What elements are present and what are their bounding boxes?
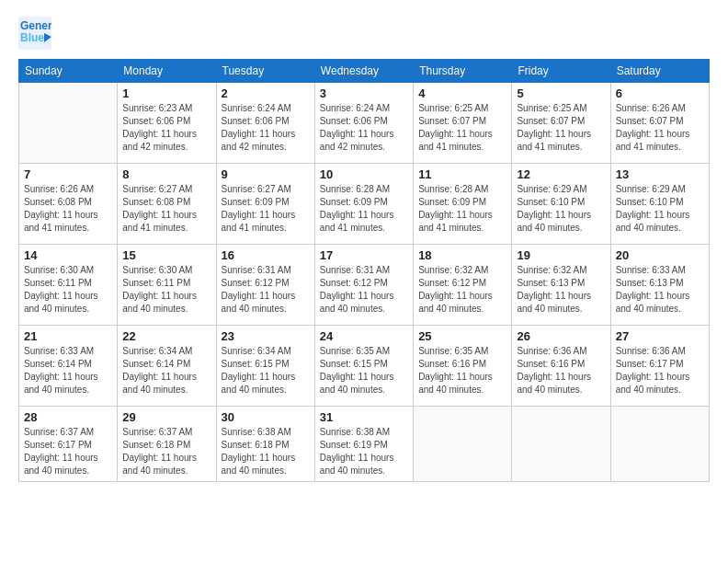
day-number: 3 bbox=[320, 86, 408, 100]
calendar-cell: 30Sunrise: 6:38 AMSunset: 6:18 PMDayligh… bbox=[216, 407, 314, 482]
day-number: 6 bbox=[616, 86, 704, 100]
calendar-cell: 27Sunrise: 6:36 AMSunset: 6:17 PMDayligh… bbox=[610, 326, 709, 407]
weekday-monday: Monday bbox=[118, 60, 216, 83]
day-info: Sunrise: 6:25 AMSunset: 6:07 PMDaylight:… bbox=[418, 102, 506, 154]
calendar-cell: 7Sunrise: 6:26 AMSunset: 6:08 PMDaylight… bbox=[19, 164, 118, 245]
calendar-cell: 13Sunrise: 6:29 AMSunset: 6:10 PMDayligh… bbox=[610, 164, 709, 245]
day-number: 15 bbox=[122, 248, 210, 262]
day-number: 19 bbox=[517, 248, 605, 262]
day-info: Sunrise: 6:26 AMSunset: 6:07 PMDaylight:… bbox=[616, 102, 704, 154]
svg-text:General: General bbox=[20, 19, 51, 32]
calendar-cell: 3Sunrise: 6:24 AMSunset: 6:06 PMDaylight… bbox=[314, 83, 413, 164]
calendar-cell: 10Sunrise: 6:28 AMSunset: 6:09 PMDayligh… bbox=[314, 164, 413, 245]
day-number: 23 bbox=[222, 329, 310, 343]
day-info: Sunrise: 6:30 AMSunset: 6:11 PMDaylight:… bbox=[122, 264, 210, 316]
day-info: Sunrise: 6:28 AMSunset: 6:09 PMDaylight:… bbox=[320, 183, 408, 235]
day-number: 17 bbox=[320, 248, 408, 262]
calendar-cell: 8Sunrise: 6:27 AMSunset: 6:08 PMDaylight… bbox=[118, 164, 216, 245]
day-number: 25 bbox=[418, 329, 506, 343]
day-number: 22 bbox=[122, 329, 210, 343]
day-info: Sunrise: 6:32 AMSunset: 6:13 PMDaylight:… bbox=[517, 264, 605, 316]
calendar-cell: 15Sunrise: 6:30 AMSunset: 6:11 PMDayligh… bbox=[118, 245, 216, 326]
day-number: 27 bbox=[616, 329, 704, 343]
day-info: Sunrise: 6:32 AMSunset: 6:12 PMDaylight:… bbox=[418, 264, 506, 316]
day-info: Sunrise: 6:36 AMSunset: 6:16 PMDaylight:… bbox=[517, 345, 605, 396]
day-info: Sunrise: 6:28 AMSunset: 6:09 PMDaylight:… bbox=[418, 183, 506, 235]
day-info: Sunrise: 6:38 AMSunset: 6:19 PMDaylight:… bbox=[320, 426, 408, 477]
calendar-cell: 4Sunrise: 6:25 AMSunset: 6:07 PMDaylight… bbox=[414, 83, 512, 164]
day-info: Sunrise: 6:29 AMSunset: 6:10 PMDaylight:… bbox=[616, 183, 704, 235]
calendar-cell: 25Sunrise: 6:35 AMSunset: 6:16 PMDayligh… bbox=[414, 326, 512, 407]
logo-svg: GeneralBlue bbox=[18, 17, 51, 50]
day-info: Sunrise: 6:37 AMSunset: 6:18 PMDaylight:… bbox=[122, 426, 210, 477]
weekday-friday: Friday bbox=[512, 60, 610, 83]
calendar-cell: 24Sunrise: 6:35 AMSunset: 6:15 PMDayligh… bbox=[314, 326, 413, 407]
day-number: 31 bbox=[320, 410, 408, 424]
day-info: Sunrise: 6:37 AMSunset: 6:17 PMDaylight:… bbox=[24, 426, 112, 477]
weekday-thursday: Thursday bbox=[414, 60, 512, 83]
day-info: Sunrise: 6:24 AMSunset: 6:06 PMDaylight:… bbox=[320, 102, 408, 154]
calendar-cell: 9Sunrise: 6:27 AMSunset: 6:09 PMDaylight… bbox=[216, 164, 314, 245]
weekday-sunday: Sunday bbox=[19, 60, 118, 83]
calendar-cell: 20Sunrise: 6:33 AMSunset: 6:13 PMDayligh… bbox=[610, 245, 709, 326]
calendar-cell: 23Sunrise: 6:34 AMSunset: 6:15 PMDayligh… bbox=[216, 326, 314, 407]
day-info: Sunrise: 6:27 AMSunset: 6:09 PMDaylight:… bbox=[222, 183, 310, 235]
calendar-cell: 26Sunrise: 6:36 AMSunset: 6:16 PMDayligh… bbox=[512, 326, 610, 407]
calendar-cell: 5Sunrise: 6:25 AMSunset: 6:07 PMDaylight… bbox=[512, 83, 610, 164]
day-info: Sunrise: 6:23 AMSunset: 6:06 PMDaylight:… bbox=[122, 102, 210, 154]
day-number: 12 bbox=[517, 167, 605, 181]
day-info: Sunrise: 6:35 AMSunset: 6:16 PMDaylight:… bbox=[418, 345, 506, 396]
day-number: 16 bbox=[222, 248, 310, 262]
day-number: 8 bbox=[122, 167, 210, 181]
day-number: 5 bbox=[517, 86, 605, 100]
day-number: 4 bbox=[418, 86, 506, 100]
calendar-cell: 22Sunrise: 6:34 AMSunset: 6:14 PMDayligh… bbox=[118, 326, 216, 407]
day-info: Sunrise: 6:31 AMSunset: 6:12 PMDaylight:… bbox=[222, 264, 310, 316]
calendar-cell: 19Sunrise: 6:32 AMSunset: 6:13 PMDayligh… bbox=[512, 245, 610, 326]
calendar-cell: 11Sunrise: 6:28 AMSunset: 6:09 PMDayligh… bbox=[414, 164, 512, 245]
calendar-cell bbox=[610, 407, 709, 482]
day-info: Sunrise: 6:36 AMSunset: 6:17 PMDaylight:… bbox=[616, 345, 704, 396]
calendar-table: SundayMondayTuesdayWednesdayThursdayFrid… bbox=[18, 59, 710, 482]
day-number: 21 bbox=[24, 329, 112, 343]
day-info: Sunrise: 6:27 AMSunset: 6:08 PMDaylight:… bbox=[122, 183, 210, 235]
calendar-cell bbox=[512, 407, 610, 482]
day-info: Sunrise: 6:25 AMSunset: 6:07 PMDaylight:… bbox=[517, 102, 605, 154]
svg-text:Blue: Blue bbox=[20, 31, 44, 44]
day-number: 7 bbox=[24, 167, 112, 181]
calendar-cell: 14Sunrise: 6:30 AMSunset: 6:11 PMDayligh… bbox=[19, 245, 118, 326]
day-info: Sunrise: 6:30 AMSunset: 6:11 PMDaylight:… bbox=[24, 264, 112, 316]
day-number: 11 bbox=[418, 167, 506, 181]
header: GeneralBlue bbox=[18, 17, 710, 50]
day-number: 10 bbox=[320, 167, 408, 181]
day-number: 2 bbox=[222, 86, 310, 100]
calendar-cell: 29Sunrise: 6:37 AMSunset: 6:18 PMDayligh… bbox=[118, 407, 216, 482]
day-info: Sunrise: 6:33 AMSunset: 6:13 PMDaylight:… bbox=[616, 264, 704, 316]
day-number: 13 bbox=[616, 167, 704, 181]
day-info: Sunrise: 6:26 AMSunset: 6:08 PMDaylight:… bbox=[24, 183, 112, 235]
day-info: Sunrise: 6:34 AMSunset: 6:15 PMDaylight:… bbox=[222, 345, 310, 396]
day-info: Sunrise: 6:34 AMSunset: 6:14 PMDaylight:… bbox=[122, 345, 210, 396]
day-number: 18 bbox=[418, 248, 506, 262]
day-number: 26 bbox=[517, 329, 605, 343]
calendar-cell: 6Sunrise: 6:26 AMSunset: 6:07 PMDaylight… bbox=[610, 83, 709, 164]
weekday-header-row: SundayMondayTuesdayWednesdayThursdayFrid… bbox=[19, 60, 710, 83]
calendar-cell: 18Sunrise: 6:32 AMSunset: 6:12 PMDayligh… bbox=[414, 245, 512, 326]
day-info: Sunrise: 6:35 AMSunset: 6:15 PMDaylight:… bbox=[320, 345, 408, 396]
day-number: 9 bbox=[222, 167, 310, 181]
calendar-cell: 21Sunrise: 6:33 AMSunset: 6:14 PMDayligh… bbox=[19, 326, 118, 407]
weekday-saturday: Saturday bbox=[610, 60, 709, 83]
calendar-cell: 12Sunrise: 6:29 AMSunset: 6:10 PMDayligh… bbox=[512, 164, 610, 245]
day-info: Sunrise: 6:29 AMSunset: 6:10 PMDaylight:… bbox=[517, 183, 605, 235]
weekday-wednesday: Wednesday bbox=[314, 60, 413, 83]
day-number: 28 bbox=[24, 410, 112, 424]
calendar-cell: 1Sunrise: 6:23 AMSunset: 6:06 PMDaylight… bbox=[118, 83, 216, 164]
day-number: 24 bbox=[320, 329, 408, 343]
day-info: Sunrise: 6:31 AMSunset: 6:12 PMDaylight:… bbox=[320, 264, 408, 316]
weekday-tuesday: Tuesday bbox=[216, 60, 314, 83]
logo: GeneralBlue bbox=[18, 17, 55, 50]
calendar-cell: 31Sunrise: 6:38 AMSunset: 6:19 PMDayligh… bbox=[314, 407, 413, 482]
day-number: 14 bbox=[24, 248, 112, 262]
day-info: Sunrise: 6:24 AMSunset: 6:06 PMDaylight:… bbox=[222, 102, 310, 154]
day-number: 1 bbox=[122, 86, 210, 100]
